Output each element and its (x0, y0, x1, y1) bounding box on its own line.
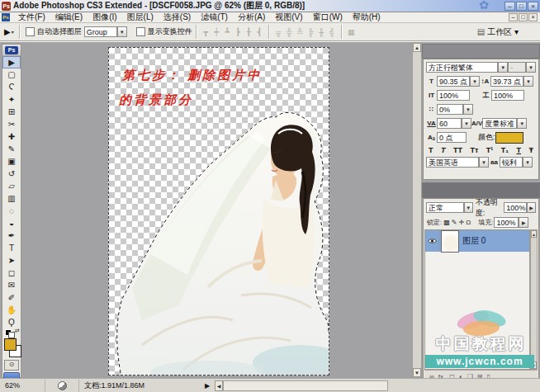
faux-italic-button[interactable]: T (441, 146, 446, 154)
auto-select-value[interactable]: Group (84, 26, 117, 37)
font-family-select[interactable]: 方正行楷繁体 (426, 62, 498, 73)
show-transform-controls-checkbox[interactable] (136, 27, 145, 36)
fill-slider-icon[interactable]: ▶ (519, 217, 528, 228)
auto-select-layer-checkbox[interactable] (26, 27, 35, 36)
anti-alias-select[interactable]: 锐利 (500, 157, 523, 168)
align-vertical-centers-icon[interactable]: ┿ (212, 26, 221, 38)
restore-button[interactable]: □ (516, 2, 527, 11)
scroll-up-icon[interactable]: ▲ (413, 43, 421, 52)
tool-zoom[interactable]: Ϙ (2, 316, 21, 328)
tracking-field[interactable]: 60 (437, 118, 462, 129)
menu-file[interactable]: 文件(F) (13, 12, 50, 23)
document-vertical-scrollbar[interactable]: ▲ ▼ (412, 42, 422, 378)
foreground-color-swatch[interactable] (4, 338, 17, 351)
kerning-field[interactable]: 度量标准 (482, 118, 517, 129)
tool-preset-arrow-icon[interactable]: ▾ (12, 29, 14, 35)
toolbox-header[interactable]: Ps (2, 45, 21, 56)
horizontal-scale-field[interactable]: 100% (491, 90, 524, 101)
blend-mode-select[interactable]: 正常 (426, 202, 464, 213)
lock-pixels-icon[interactable]: ✎ (452, 219, 457, 226)
auto-align-layers-icon[interactable]: ▦ (347, 26, 356, 38)
distribute-top-edges-icon[interactable]: ╦ (274, 26, 283, 38)
doc-close-button[interactable]: × (528, 13, 538, 21)
close-button[interactable]: × (528, 2, 538, 11)
minimize-button[interactable]: – (504, 2, 515, 11)
distribute-right-edges-icon[interactable]: ╣ (328, 26, 337, 38)
tool-brush[interactable]: ✎ (2, 143, 21, 155)
doc-restore-button[interactable]: □ (519, 13, 528, 21)
align-horizontal-centers-icon[interactable]: ╂ (244, 26, 253, 38)
align-left-edges-icon[interactable]: ┣ (234, 26, 243, 38)
scroll-left-icon[interactable]: ◀ (215, 380, 223, 391)
underline-button[interactable]: T (516, 146, 521, 154)
superscript-button[interactable]: T¹ (486, 146, 494, 154)
layer-row[interactable]: 图层 0 (425, 230, 529, 252)
document-canvas[interactable]: 第七步： 删除图片中 的背景部分 (108, 47, 329, 375)
status-flyout-icon[interactable]: ▶ (205, 382, 210, 390)
auto-select-dropdown-icon[interactable]: ▼ (117, 26, 127, 37)
zoom-level-field[interactable]: 62% (0, 380, 45, 392)
menu-layer[interactable]: 图层(L) (122, 12, 159, 23)
tool-clone-stamp[interactable]: ▣ (2, 155, 21, 168)
leading-dropdown-icon[interactable]: ▼ (523, 76, 533, 87)
menu-view[interactable]: 视图(V) (270, 12, 307, 23)
blend-mode-dropdown-icon[interactable]: ▼ (464, 202, 473, 213)
baseline-shift-field[interactable]: 0 点 (437, 132, 467, 143)
distribute-left-edges-icon[interactable]: ╠ (306, 26, 315, 38)
language-dropdown-icon[interactable]: ▼ (479, 157, 489, 168)
anti-alias-dropdown-icon[interactable]: ▼ (523, 157, 533, 168)
menu-help[interactable]: 帮助(H) (348, 12, 386, 23)
font-family-dropdown-icon[interactable]: ▼ (498, 62, 508, 73)
proportional-spacing-field[interactable]: 0% (437, 104, 463, 115)
character-panel-header[interactable] (422, 44, 540, 59)
fill-field[interactable]: 100% (494, 217, 519, 228)
tool-crop[interactable]: ⊞ (2, 106, 21, 118)
vertical-scale-field[interactable]: 100% (437, 90, 470, 101)
tool-hand[interactable]: ✋ (2, 304, 21, 316)
tool-blur[interactable]: ◌ (2, 205, 21, 217)
default-colors-icon[interactable]: ⇄ (5, 329, 21, 337)
scroll-down-icon[interactable]: ▼ (413, 368, 421, 377)
tool-history-brush[interactable]: ↺ (2, 168, 21, 180)
align-bottom-edges-icon[interactable]: ┻ (223, 26, 232, 38)
workspace-button[interactable]: ▤ 工作区 ▾ (477, 26, 519, 38)
menu-window[interactable]: 窗口(W) (308, 12, 348, 23)
lock-position-icon[interactable]: ✛ (459, 219, 465, 226)
align-top-edges-icon[interactable]: ┳ (201, 26, 211, 38)
tool-slice[interactable]: ✂ (2, 118, 21, 130)
leading-field[interactable]: 39.73 点 (490, 76, 523, 87)
kerning-dropdown-icon[interactable]: ▼ (517, 118, 527, 129)
font-size-dropdown-icon[interactable]: ▼ (470, 76, 480, 87)
strikethrough-button[interactable]: Ŧ (528, 146, 533, 154)
faux-bold-button[interactable]: T (429, 146, 433, 154)
layer-name[interactable]: 图层 0 (462, 235, 486, 247)
lock-all-icon[interactable]: Ω (466, 219, 471, 226)
opacity-field[interactable]: 100% (504, 202, 527, 213)
tool-move[interactable]: ▶ (2, 56, 21, 68)
tool-gradient[interactable]: ▥ (2, 192, 21, 205)
proportional-spacing-dropdown-icon[interactable]: ▼ (463, 104, 473, 115)
font-style-dropdown-icon[interactable]: ▼ (526, 62, 536, 73)
auto-select-combo[interactable]: Group ▼ (84, 26, 127, 37)
distribute-horizontal-centers-icon[interactable]: ╫ (317, 26, 326, 38)
layers-scroll-down-icon[interactable]: ▼ (531, 361, 537, 369)
tool-pen[interactable]: ✒ (2, 229, 21, 242)
tool-type[interactable]: T (2, 242, 21, 254)
tool-quick-selection[interactable]: ✦ (2, 93, 21, 106)
subscript-button[interactable]: T₁ (501, 146, 509, 154)
menu-filter[interactable]: 滤镜(T) (196, 12, 233, 23)
document-horizontal-scrollbar[interactable]: ◀ (215, 380, 388, 392)
menu-analysis[interactable]: 分析(A) (233, 12, 270, 23)
menu-select[interactable]: 选择(S) (159, 12, 196, 23)
layers-scroll-up-icon[interactable]: ▲ (531, 230, 537, 238)
quick-mask-button[interactable]: ⊙ (4, 360, 19, 371)
layers-panel-header[interactable] (422, 182, 540, 198)
tool-path-selection[interactable]: ➤ (2, 254, 21, 267)
doc-minimize-button[interactable]: – (509, 13, 518, 21)
layer-thumbnail[interactable] (441, 230, 459, 253)
horizontal-scroll-track[interactable] (223, 380, 388, 391)
tool-eyedropper[interactable]: ✐ (2, 291, 21, 304)
tool-healing-brush[interactable]: ✚ (2, 130, 21, 143)
small-caps-button[interactable]: Tт (470, 146, 478, 154)
language-select[interactable]: 美国英语 (426, 157, 479, 168)
